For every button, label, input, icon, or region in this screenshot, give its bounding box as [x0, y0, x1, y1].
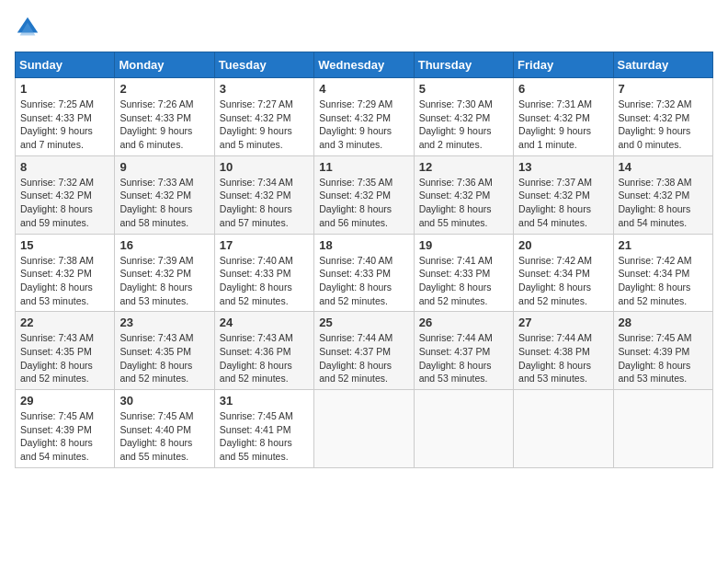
calendar-table: SundayMondayTuesdayWednesdayThursdayFrid… [15, 52, 713, 468]
day-info: Daylight: 8 hours and 52 minutes. [319, 359, 408, 385]
calendar-cell: 12Sunrise: 7:36 AMSunset: 4:32 PMDayligh… [414, 155, 513, 234]
day-info: Sunset: 4:32 PM [518, 111, 608, 125]
day-number: 8 [20, 160, 109, 174]
day-info: Sunrise: 7:44 AM [419, 331, 508, 345]
day-info: Sunset: 4:36 PM [220, 345, 309, 359]
calendar-cell: 17Sunrise: 7:40 AMSunset: 4:33 PMDayligh… [214, 234, 313, 312]
day-info: Sunrise: 7:44 AM [518, 331, 608, 345]
calendar-week-4: 22Sunrise: 7:43 AMSunset: 4:35 PMDayligh… [16, 312, 713, 390]
day-info: Sunrise: 7:45 AM [619, 331, 708, 345]
day-info: Sunrise: 7:32 AM [20, 176, 109, 190]
day-number: 5 [419, 82, 508, 96]
day-number: 7 [619, 82, 708, 96]
day-number: 25 [319, 316, 408, 329]
day-info: Sunset: 4:32 PM [220, 189, 309, 202]
day-number: 14 [619, 160, 708, 174]
day-info: Sunrise: 7:40 AM [319, 254, 408, 268]
day-info: Sunset: 4:37 PM [419, 345, 508, 359]
day-info: Sunrise: 7:45 AM [220, 409, 309, 423]
day-info: Daylight: 8 hours and 53 minutes. [619, 359, 708, 385]
day-info: Sunset: 4:32 PM [419, 189, 508, 202]
day-info: Daylight: 8 hours and 53 minutes. [518, 359, 608, 385]
day-number: 15 [20, 238, 109, 252]
day-info: Sunrise: 7:33 AM [119, 176, 209, 190]
calendar-cell: 28Sunrise: 7:45 AMSunset: 4:39 PMDayligh… [613, 312, 712, 390]
day-info: Daylight: 8 hours and 52 minutes. [619, 281, 708, 307]
day-info: Sunrise: 7:38 AM [20, 254, 109, 268]
calendar-cell [314, 390, 414, 468]
calendar-cell: 15Sunrise: 7:38 AMSunset: 4:32 PMDayligh… [16, 234, 115, 312]
day-info: Sunset: 4:35 PM [119, 345, 209, 359]
day-info: Sunrise: 7:36 AM [419, 176, 508, 190]
day-number: 16 [119, 238, 209, 252]
calendar-cell: 3Sunrise: 7:27 AMSunset: 4:32 PMDaylight… [214, 78, 313, 156]
day-info: Daylight: 8 hours and 54 minutes. [20, 436, 109, 463]
day-info: Sunset: 4:32 PM [20, 267, 109, 281]
day-info: Daylight: 8 hours and 52 minutes. [220, 281, 309, 307]
day-info: Daylight: 8 hours and 55 minutes. [119, 436, 209, 463]
day-info: Sunrise: 7:31 AM [518, 98, 608, 111]
calendar-cell: 26Sunrise: 7:44 AMSunset: 4:37 PMDayligh… [414, 312, 513, 390]
calendar-cell: 16Sunrise: 7:39 AMSunset: 4:32 PMDayligh… [115, 234, 214, 312]
calendar-cell [414, 390, 513, 468]
day-info: Sunrise: 7:35 AM [319, 176, 408, 190]
day-info: Daylight: 9 hours and 2 minutes. [419, 124, 508, 151]
day-info: Daylight: 9 hours and 3 minutes. [319, 124, 408, 151]
day-header-tuesday: Tuesday [214, 52, 313, 78]
day-header-thursday: Thursday [414, 52, 513, 78]
day-info: Daylight: 8 hours and 55 minutes. [220, 436, 309, 463]
day-info: Daylight: 8 hours and 52 minutes. [518, 281, 608, 307]
day-info: Daylight: 9 hours and 7 minutes. [20, 124, 109, 151]
calendar-cell: 5Sunrise: 7:30 AMSunset: 4:32 PMDaylight… [414, 78, 513, 156]
day-info: Daylight: 8 hours and 52 minutes. [119, 359, 209, 385]
day-info: Sunrise: 7:45 AM [20, 409, 109, 423]
day-info: Sunset: 4:34 PM [518, 267, 608, 281]
day-info: Sunset: 4:32 PM [419, 111, 508, 125]
day-info: Daylight: 9 hours and 6 minutes. [119, 124, 209, 151]
calendar-cell: 21Sunrise: 7:42 AMSunset: 4:34 PMDayligh… [613, 234, 712, 312]
day-info: Sunrise: 7:40 AM [220, 254, 309, 268]
calendar-cell: 18Sunrise: 7:40 AMSunset: 4:33 PMDayligh… [314, 234, 414, 312]
day-info: Sunset: 4:32 PM [319, 111, 408, 125]
day-info: Sunrise: 7:39 AM [119, 254, 209, 268]
calendar-week-3: 15Sunrise: 7:38 AMSunset: 4:32 PMDayligh… [16, 234, 713, 312]
day-info: Daylight: 8 hours and 52 minutes. [319, 281, 408, 307]
day-info: Daylight: 8 hours and 53 minutes. [419, 359, 508, 385]
day-header-monday: Monday [115, 52, 214, 78]
calendar-cell: 25Sunrise: 7:44 AMSunset: 4:37 PMDayligh… [314, 312, 414, 390]
day-number: 11 [319, 160, 408, 174]
day-info: Sunrise: 7:41 AM [419, 254, 508, 268]
day-info: Sunrise: 7:27 AM [220, 98, 309, 111]
day-info: Sunrise: 7:38 AM [619, 176, 708, 190]
day-header-saturday: Saturday [613, 52, 712, 78]
day-info: Daylight: 8 hours and 54 minutes. [518, 202, 608, 229]
day-info: Sunrise: 7:43 AM [20, 331, 109, 345]
day-info: Daylight: 8 hours and 54 minutes. [619, 202, 708, 229]
calendar-week-1: 1Sunrise: 7:25 AMSunset: 4:33 PMDaylight… [16, 78, 713, 156]
calendar-cell: 14Sunrise: 7:38 AMSunset: 4:32 PMDayligh… [613, 155, 712, 234]
day-info: Sunset: 4:32 PM [20, 189, 109, 202]
day-number: 10 [220, 160, 309, 174]
logo-icon [15, 15, 40, 40]
day-info: Daylight: 8 hours and 56 minutes. [319, 202, 408, 229]
day-info: Sunset: 4:32 PM [619, 189, 708, 202]
calendar-cell: 31Sunrise: 7:45 AMSunset: 4:41 PMDayligh… [214, 390, 313, 468]
day-number: 17 [220, 238, 309, 252]
calendar-cell: 19Sunrise: 7:41 AMSunset: 4:33 PMDayligh… [414, 234, 513, 312]
day-info: Sunrise: 7:32 AM [619, 98, 708, 111]
day-info: Sunset: 4:33 PM [220, 267, 309, 281]
day-number: 26 [419, 316, 508, 329]
day-info: Sunrise: 7:45 AM [119, 409, 209, 423]
day-header-friday: Friday [514, 52, 613, 78]
day-number: 1 [20, 82, 109, 96]
calendar-cell: 13Sunrise: 7:37 AMSunset: 4:32 PMDayligh… [514, 155, 613, 234]
day-number: 2 [119, 82, 209, 96]
day-header-wednesday: Wednesday [314, 52, 414, 78]
day-info: Sunset: 4:33 PM [419, 267, 508, 281]
calendar-cell: 2Sunrise: 7:26 AMSunset: 4:33 PMDaylight… [115, 78, 214, 156]
day-info: Sunset: 4:32 PM [518, 189, 608, 202]
day-number: 21 [619, 238, 708, 252]
day-info: Sunset: 4:34 PM [619, 267, 708, 281]
day-info: Sunset: 4:32 PM [119, 189, 209, 202]
day-info: Daylight: 8 hours and 53 minutes. [119, 281, 209, 307]
